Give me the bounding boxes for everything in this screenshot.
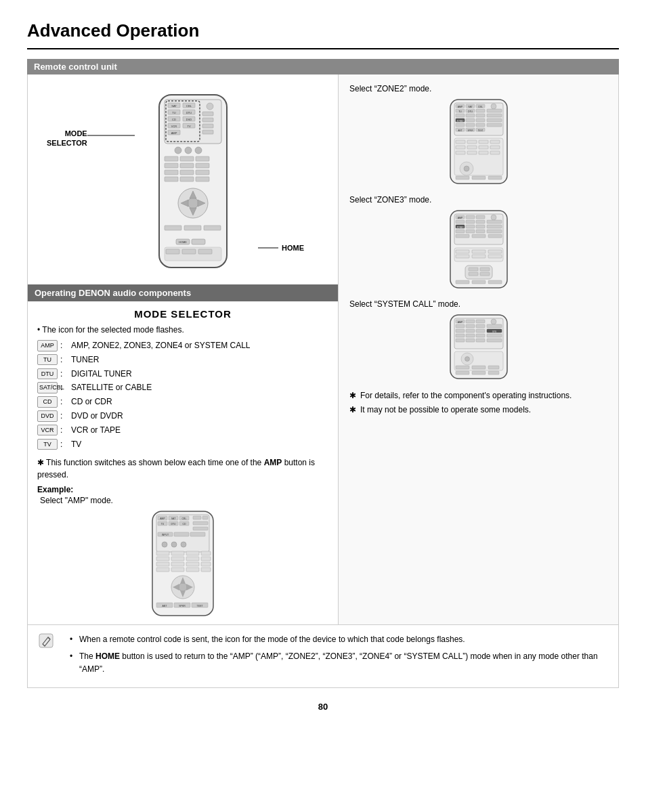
svg-text:INPUT: INPUT <box>162 534 169 536</box>
svg-point-101 <box>179 583 187 591</box>
svg-rect-136 <box>456 123 465 127</box>
svg-rect-148 <box>467 140 477 144</box>
main-layout: MODE SELECTOR SAT CBL <box>27 74 619 625</box>
svg-rect-219 <box>466 334 475 337</box>
cd-icon: CD <box>37 396 58 408</box>
vcr-icon: VCR <box>37 425 58 436</box>
svg-rect-96 <box>156 568 169 572</box>
svg-rect-133 <box>466 119 475 122</box>
svg-rect-201 <box>488 280 502 284</box>
svg-rect-130 <box>487 114 502 117</box>
svg-rect-92 <box>156 562 169 566</box>
svg-rect-48 <box>165 226 181 230</box>
svg-rect-197 <box>469 272 478 276</box>
svg-point-22 <box>207 103 213 110</box>
svg-rect-147 <box>456 140 465 144</box>
svg-rect-98 <box>186 568 199 572</box>
section-header: Remote control unit <box>27 59 619 74</box>
svg-text:AMP: AMP <box>171 131 177 135</box>
svg-text:SAT: SAT <box>468 106 473 108</box>
svg-rect-234 <box>488 371 499 375</box>
bottom-note-2: • The HOME button is used to return to t… <box>70 650 607 676</box>
svg-text:SAT: SAT <box>171 104 177 108</box>
svg-rect-31 <box>180 156 194 161</box>
svg-rect-57 <box>198 249 212 254</box>
svg-text:AMP: AMP <box>160 517 165 520</box>
svg-point-43 <box>188 198 198 209</box>
svg-rect-232 <box>456 371 469 375</box>
list-item: DVD : DVD or DVDR <box>37 410 328 422</box>
mode-selector-label: MODE SELECTOR <box>47 129 87 148</box>
svg-rect-23 <box>202 112 213 116</box>
svg-rect-76 <box>193 527 208 530</box>
svg-rect-49 <box>184 226 201 230</box>
svg-rect-168 <box>466 215 475 219</box>
pencil-icon <box>39 633 53 648</box>
svg-rect-95 <box>201 562 211 566</box>
svg-text:DTU: DTU <box>186 111 192 114</box>
svg-point-120 <box>491 104 496 109</box>
sat-cbl-icon: SAT/CBL <box>37 382 58 393</box>
svg-text:SPKR: SPKR <box>467 129 473 132</box>
tv-icon: TV <box>37 439 58 450</box>
svg-rect-35 <box>196 163 209 168</box>
svg-rect-163 <box>488 176 502 179</box>
svg-rect-183 <box>487 230 502 233</box>
svg-rect-218 <box>456 334 465 337</box>
svg-point-160 <box>464 166 469 171</box>
svg-text:TV: TV <box>187 125 190 128</box>
svg-rect-179 <box>487 225 502 228</box>
zone3-label: Select “ZONE3” mode. <box>349 195 607 205</box>
svg-rect-184 <box>456 234 469 238</box>
svg-rect-214 <box>466 329 475 333</box>
example-label: Example: <box>37 485 328 494</box>
svg-rect-206 <box>466 320 475 323</box>
svg-rect-173 <box>476 220 485 223</box>
right-note-1: ✱ For details, refer to the component's … <box>349 390 607 402</box>
svg-rect-169 <box>476 215 485 219</box>
left-panel: MODE SELECTOR SAT CBL <box>27 74 339 625</box>
svg-rect-199 <box>456 280 469 284</box>
svg-rect-229 <box>456 366 469 369</box>
svg-text:VCR: VCR <box>171 125 177 128</box>
svg-rect-154 <box>490 146 500 149</box>
svg-text:ANT: ANT <box>458 129 462 132</box>
svg-rect-209 <box>456 324 465 328</box>
page-number: 80 <box>27 702 619 712</box>
svg-rect-135 <box>487 119 502 122</box>
svg-text:CBL: CBL <box>478 106 483 108</box>
svg-rect-189 <box>472 250 486 253</box>
svg-text:CD: CD <box>172 118 176 121</box>
svg-rect-190 <box>488 250 502 253</box>
svg-rect-138 <box>476 123 485 127</box>
svg-rect-56 <box>182 249 196 254</box>
asterisk-note: ✱ This function switches as shown below … <box>37 456 328 481</box>
svg-rect-129 <box>476 114 485 117</box>
svg-rect-84 <box>156 551 169 555</box>
list-item: TU : TUNER <box>37 354 328 366</box>
svg-text:AMP: AMP <box>457 217 462 219</box>
svg-point-83 <box>181 542 186 547</box>
bottom-note-1: • When a remote control code is sent, th… <box>70 633 607 646</box>
svg-rect-230 <box>472 366 486 369</box>
mode-selector-section: MODE SELECTOR • The icon for the selecte… <box>28 301 338 624</box>
svg-rect-223 <box>466 339 475 342</box>
list-item: VCR : VCR or TAPE <box>37 425 328 436</box>
list-item: TV : TV <box>37 439 328 450</box>
svg-text:TU: TU <box>172 111 175 114</box>
bullet-intro: • The icon for the selected mode flashes… <box>37 325 328 335</box>
svg-rect-134 <box>476 119 485 122</box>
example-text: Select "AMP" mode. <box>40 496 328 505</box>
right-notes: ✱ For details, refer to the component's … <box>349 390 607 416</box>
list-item: CD : CD or CDR <box>37 396 328 408</box>
svg-rect-224 <box>476 339 485 342</box>
svg-rect-188 <box>456 250 469 253</box>
svg-rect-221 <box>487 334 502 337</box>
svg-rect-212 <box>487 324 502 328</box>
svg-text:DVD: DVD <box>186 118 192 121</box>
svg-rect-150 <box>490 140 500 144</box>
svg-rect-180 <box>456 230 465 233</box>
svg-rect-89 <box>171 557 184 561</box>
amp-icon: AMP <box>37 340 58 351</box>
system-call-remote-svg: AMP SYS <box>445 313 513 381</box>
